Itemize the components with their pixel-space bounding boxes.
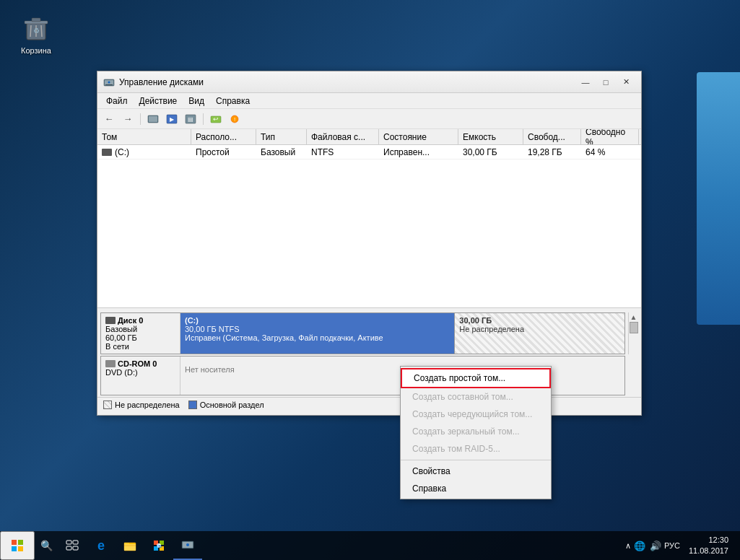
menu-file[interactable]: Файл — [100, 95, 134, 108]
legend-basic: Основной раздел — [188, 401, 264, 409]
desktop: ♻ Корзина Управление дисками — □ ✕ — [0, 0, 740, 560]
window-controls: — □ ✕ — [576, 74, 635, 90]
legend-unalloc: Не распределена — [103, 401, 180, 409]
cell-rasp: Простой — [191, 145, 256, 159]
task-view-button[interactable] — [58, 531, 87, 560]
toolbar-btn-4[interactable]: ↩ — [207, 111, 225, 127]
disk0-title: Диск 0 — [105, 316, 175, 325]
cdrom0-label: CD-ROM 0 DVD (D:) — [101, 356, 180, 395]
right-panel — [697, 72, 740, 325]
context-item-create-raid5: Создать том RAID-5... — [401, 440, 551, 458]
context-item-create-striped: Создать чередующийся том... — [401, 406, 551, 423]
menu-bar: Файл Действие Вид Справка — [97, 93, 641, 109]
store-button[interactable]: 🛍 — [144, 531, 173, 560]
col-header-fajl[interactable]: Файловая с... — [307, 129, 379, 144]
svg-text:▤: ▤ — [188, 116, 193, 123]
search-button[interactable]: 🔍 — [35, 531, 58, 560]
toolbar-btn-3[interactable]: ▤ — [182, 111, 199, 127]
cell-fajl: NTFS — [307, 145, 379, 159]
disk0-status: В сети — [105, 342, 175, 351]
partition-unalloc[interactable]: 30,00 ГБ Не распределена — [455, 313, 624, 354]
svg-rect-26 — [73, 541, 78, 544]
volume-icon: 🔊 — [650, 541, 661, 551]
cell-svobp: 64 % — [581, 145, 639, 159]
explorer-button[interactable] — [116, 531, 144, 560]
context-item-create-mirror: Создать зеркальный том... — [401, 423, 551, 440]
svg-text:♻: ♻ — [33, 27, 40, 35]
toolbar-btn-5[interactable]: ! — [226, 111, 243, 127]
col-header-sost[interactable]: Состояние — [379, 129, 458, 144]
cell-emk: 30,00 ГБ — [458, 145, 523, 159]
forward-button[interactable]: → — [119, 111, 136, 127]
partition-c-status: Исправен (Система, Загрузка, Файл подкач… — [185, 333, 450, 342]
col-header-emk[interactable]: Емкость — [458, 129, 523, 144]
table-row[interactable]: (C:) Простой Базовый NTFS Исправен... 30… — [97, 145, 641, 159]
disk-map-scrollbar[interactable]: ▲ — [628, 312, 638, 354]
context-item-help[interactable]: Справка — [401, 480, 551, 497]
menu-help[interactable]: Справка — [210, 95, 256, 108]
recycle-bin-image: ♻ — [22, 14, 51, 43]
date-display: 11.08.2017 — [689, 546, 728, 556]
taskbar-up-arrow[interactable]: ∧ — [625, 541, 631, 551]
svg-text:↩: ↩ — [213, 115, 219, 123]
disk-map: Диск 0 Базовый 60,00 ГБ В сети (C:) 30,0… — [97, 307, 641, 415]
maximize-button[interactable]: □ — [596, 74, 615, 90]
col-header-rasp[interactable]: Располо... — [191, 129, 256, 144]
cell-tom: (C:) — [97, 145, 191, 159]
cdrom0-title: CD-ROM 0 — [105, 359, 175, 368]
col-header-tom[interactable]: Том — [97, 129, 191, 144]
svg-text:🛍: 🛍 — [157, 543, 162, 548]
menu-view[interactable]: Вид — [183, 95, 210, 108]
disk0-partitions: (C:) 30,00 ГБ NTFS Исправен (Система, За… — [180, 313, 624, 354]
svg-rect-28 — [73, 546, 78, 550]
svg-point-10 — [108, 81, 110, 83]
toolbar-separator-1 — [140, 113, 141, 125]
toolbar-btn-2[interactable]: ▶ — [163, 111, 180, 127]
partition-c-label: (C:) — [185, 316, 450, 325]
legend-basic-box — [188, 401, 197, 409]
partition-c[interactable]: (C:) 30,00 ГБ NTFS Исправен (Система, За… — [180, 313, 455, 354]
svg-point-39 — [186, 543, 189, 546]
disk-mgmt-taskbar-button[interactable] — [173, 531, 202, 560]
svg-text:▶: ▶ — [170, 116, 175, 123]
disk0-label: Диск 0 Базовый 60,00 ГБ В сети — [101, 313, 180, 354]
col-header-svob[interactable]: Свобод... — [523, 129, 581, 144]
time-display: 12:30 — [689, 535, 728, 546]
toolbar-btn-1[interactable] — [144, 111, 162, 127]
svg-rect-9 — [105, 84, 113, 85]
edge-button[interactable]: e — [87, 531, 116, 560]
recycle-bin-icon[interactable]: ♻ Корзина — [14, 14, 58, 55]
window-title: Управление дисками — [119, 77, 576, 87]
svg-line-5 — [41, 25, 42, 37]
context-item-properties[interactable]: Свойства — [401, 463, 551, 480]
svg-line-3 — [30, 25, 31, 37]
start-button[interactable] — [0, 531, 35, 560]
col-header-svobp[interactable]: Свободно % — [581, 129, 639, 144]
svg-rect-12 — [149, 116, 157, 122]
legend-unalloc-label: Не распределена — [115, 401, 180, 409]
taskbar-time[interactable]: 12:30 11.08.2017 — [683, 535, 734, 557]
svg-text:!: ! — [234, 116, 235, 123]
language-badge[interactable]: РУС — [664, 541, 680, 550]
minimize-button[interactable]: — — [576, 74, 595, 90]
cell-svob: 19,28 ГБ — [523, 145, 581, 159]
svg-rect-22 — [18, 540, 23, 545]
menu-action[interactable]: Действие — [134, 95, 183, 108]
context-menu: Создать простой том... Создать составной… — [400, 366, 552, 499]
close-button[interactable]: ✕ — [617, 74, 635, 90]
recycle-bin-label: Корзина — [21, 46, 51, 55]
toolbar-separator-2 — [203, 113, 204, 125]
table-body: (C:) Простой Базовый NTFS Исправен... 30… — [97, 145, 641, 307]
disk0-size: 60,00 ГБ — [105, 333, 175, 342]
disk0-type: Базовый — [105, 325, 175, 333]
network-icon: 🌐 — [634, 541, 645, 551]
partition-unalloc-size: 30,00 ГБ — [459, 316, 620, 325]
cell-sost: Исправен... — [379, 145, 458, 159]
back-button[interactable]: ← — [100, 111, 118, 127]
taskbar-right: ∧ 🌐 🔊 РУС 12:30 11.08.2017 — [625, 535, 740, 557]
partition-unalloc-status: Не распределена — [459, 325, 620, 333]
taskbar: 🔍 e 🛍 — [0, 531, 740, 560]
taskbar-system-icons: 🌐 🔊 — [634, 541, 661, 551]
col-header-tip[interactable]: Тип — [256, 129, 307, 144]
context-item-create-simple[interactable]: Создать простой том... — [401, 368, 551, 388]
